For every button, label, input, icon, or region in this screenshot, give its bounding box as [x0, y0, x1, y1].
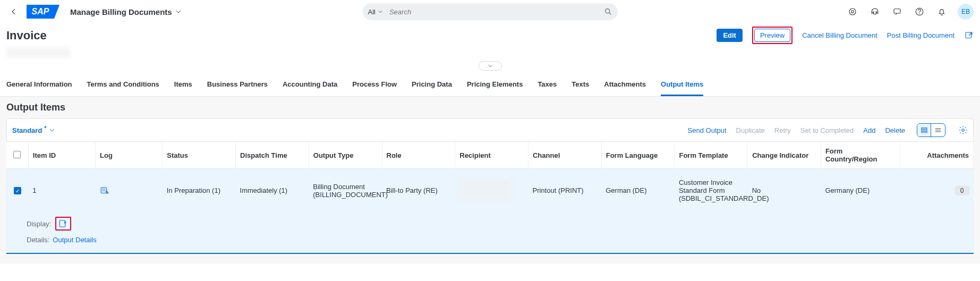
- col-role[interactable]: Role: [382, 142, 455, 169]
- add-action[interactable]: Add: [863, 126, 875, 134]
- user-avatar[interactable]: EB: [958, 4, 974, 20]
- share-button[interactable]: [964, 31, 974, 40]
- compact-view-icon: [934, 127, 942, 133]
- preview-button[interactable]: Preview: [754, 29, 790, 42]
- col-form-country[interactable]: Form Country/Region: [821, 142, 900, 169]
- tab-accounting-data[interactable]: Accounting Data: [283, 74, 337, 96]
- header-action-bar: Edit Preview Cancel Billing Document Pos…: [717, 27, 974, 44]
- output-details-link[interactable]: Output Details: [53, 236, 96, 244]
- col-channel[interactable]: Channel: [528, 142, 601, 169]
- col-form-template[interactable]: Form Template: [675, 142, 748, 169]
- app-title-text: Manage Billing Documents: [70, 7, 172, 16]
- cell-dispatch-time: Immediately (1): [236, 169, 309, 212]
- recipient-redacted: [459, 179, 513, 200]
- table-toolbar: Standard * Send Output Duplicate Retry S…: [6, 118, 974, 142]
- row-checkbox[interactable]: ✓: [14, 187, 21, 194]
- col-change-indicator[interactable]: Change Indicator: [748, 142, 821, 169]
- display-icon: [58, 219, 68, 228]
- chevron-down-icon: [488, 63, 493, 69]
- svg-point-5: [919, 13, 920, 14]
- display-output-button[interactable]: [58, 219, 68, 228]
- tab-business-partners[interactable]: Business Partners: [207, 74, 268, 96]
- tab-attachments[interactable]: Attachments: [604, 74, 646, 96]
- display-highlight: [55, 217, 71, 231]
- tab-output-items[interactable]: Output Items: [661, 74, 703, 96]
- tab-taxes[interactable]: Taxes: [538, 74, 557, 96]
- chevron-down-icon: [175, 8, 182, 15]
- svg-rect-6: [966, 32, 972, 38]
- retry-action: Retry: [774, 126, 791, 134]
- search-input[interactable]: [388, 7, 604, 16]
- col-item-id[interactable]: Item ID: [28, 142, 95, 169]
- tab-texts[interactable]: Texts: [572, 74, 589, 96]
- detail-view-icon: [921, 126, 928, 134]
- share-icon: [964, 31, 974, 40]
- cell-form-template: Customer Invoice Standard Form (SDBIL_CI…: [675, 169, 748, 212]
- col-log[interactable]: Log: [96, 142, 163, 169]
- search-scope-dropdown[interactable]: All: [368, 8, 388, 16]
- support-icon[interactable]: [868, 5, 881, 18]
- display-label: Display:: [27, 220, 51, 228]
- cell-status: In Preparation (1): [163, 169, 236, 212]
- svg-point-2: [851, 11, 854, 13]
- cancel-billing-doc-link[interactable]: Cancel Billing Document: [802, 31, 877, 39]
- tab-items[interactable]: Items: [174, 74, 192, 96]
- col-status[interactable]: Status: [163, 142, 236, 169]
- gear-icon: [958, 125, 968, 135]
- col-dispatch-time[interactable]: Dispatch Time: [236, 142, 309, 169]
- page-title: Invoice: [6, 29, 47, 42]
- view-mode-segment: [917, 123, 945, 137]
- global-search[interactable]: All: [363, 3, 618, 20]
- edit-button[interactable]: Edit: [717, 29, 743, 42]
- send-output-action[interactable]: Send Output: [688, 126, 727, 134]
- variant-selector[interactable]: Standard *: [12, 126, 55, 134]
- tab-pricing-data[interactable]: Pricing Data: [412, 74, 452, 96]
- svg-rect-12: [60, 220, 66, 227]
- tab-terms-and-conditions[interactable]: Terms and Conditions: [87, 74, 159, 96]
- cell-recipient: [455, 169, 529, 212]
- col-output-type[interactable]: Output Type: [309, 142, 382, 169]
- output-items-table: Item ID Log Status Dispatch Time Output …: [6, 142, 974, 254]
- app-title-dropdown[interactable]: Manage Billing Documents: [70, 7, 182, 16]
- section-title: Output Items: [6, 102, 974, 113]
- view-mode-detail[interactable]: [917, 124, 931, 137]
- svg-point-1: [849, 8, 856, 15]
- chevron-down-icon: [49, 127, 55, 133]
- tab-general-information[interactable]: General Information: [6, 74, 72, 96]
- shell-header: SAP Manage Billing Documents All EB: [0, 0, 980, 23]
- duplicate-action: Duplicate: [736, 126, 765, 134]
- cell-output-type: Billing Document (BILLING_DOCUMENT): [309, 169, 382, 212]
- svg-rect-7: [921, 127, 927, 129]
- log-button[interactable]: [100, 186, 158, 195]
- post-billing-doc-link[interactable]: Post Billing Document: [887, 31, 955, 39]
- anchor-tab-bar: General InformationTerms and ConditionsI…: [0, 74, 980, 97]
- preview-highlight: Preview: [752, 27, 792, 44]
- table-settings-button[interactable]: [958, 125, 968, 135]
- tab-process-flow[interactable]: Process Flow: [352, 74, 397, 96]
- view-mode-compact[interactable]: [931, 124, 945, 137]
- table-header-row: Item ID Log Status Dispatch Time Output …: [6, 142, 974, 169]
- cell-role: Bill-to Party (RE): [382, 169, 455, 212]
- cell-item-id: 1: [28, 169, 95, 212]
- header-expand-toggle[interactable]: [479, 61, 502, 71]
- output-items-section: Output Items Standard * Send Output Dupl…: [0, 97, 980, 263]
- chevron-down-icon: [378, 9, 383, 14]
- delete-action[interactable]: Delete: [885, 126, 905, 134]
- feedback-icon[interactable]: [891, 5, 904, 18]
- tab-pricing-elements[interactable]: Pricing Elements: [467, 74, 523, 96]
- table-row[interactable]: ✓ 1 In Preparation (1) Immediately (1) B…: [6, 169, 974, 212]
- doc-number-redacted: [6, 47, 70, 58]
- help-icon[interactable]: [913, 5, 926, 18]
- col-attachments[interactable]: Attachments: [900, 142, 974, 169]
- col-recipient[interactable]: Recipient: [455, 142, 529, 169]
- cell-attachments: 0: [900, 169, 974, 212]
- search-icon[interactable]: [604, 7, 612, 16]
- copilot-icon[interactable]: [846, 5, 859, 18]
- sap-logo: SAP: [27, 5, 54, 19]
- back-button[interactable]: [6, 4, 21, 19]
- notifications-icon[interactable]: [935, 5, 948, 18]
- variant-name: Standard: [12, 126, 42, 134]
- details-label: Details:: [27, 236, 49, 244]
- col-form-language[interactable]: Form Language: [601, 142, 675, 169]
- select-all-checkbox[interactable]: [13, 151, 21, 158]
